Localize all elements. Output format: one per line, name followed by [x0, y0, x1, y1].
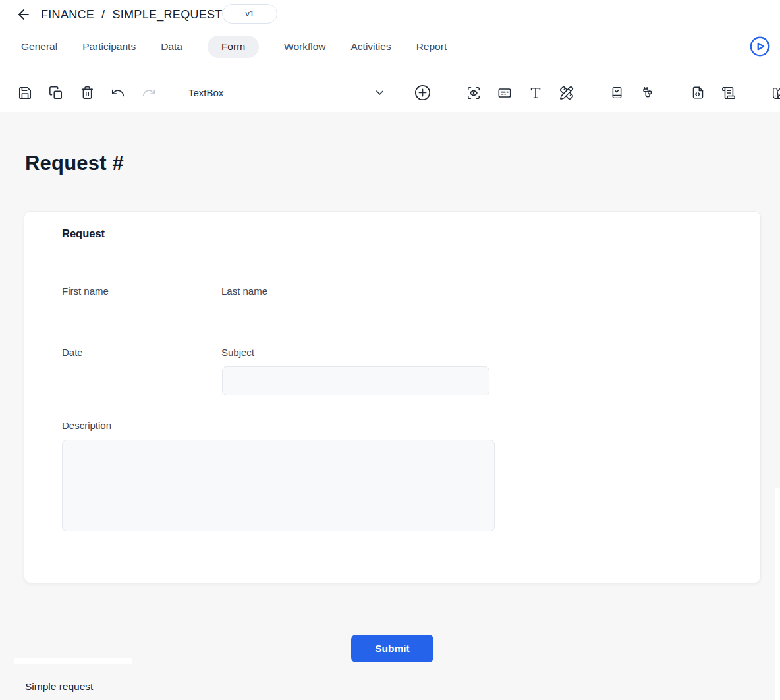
design-tools-button[interactable] — [559, 85, 574, 101]
redo-icon — [142, 86, 156, 100]
submit-button[interactable]: Submit — [351, 635, 433, 662]
tab-participants[interactable]: Participants — [82, 36, 136, 58]
delete-icon — [80, 86, 94, 100]
description-textarea[interactable] — [62, 440, 495, 531]
theme-button[interactable] — [771, 85, 780, 101]
delete-button[interactable] — [79, 85, 95, 101]
duplicate-button[interactable] — [48, 85, 64, 101]
integration-button[interactable] — [640, 85, 655, 101]
save-icon — [18, 86, 32, 100]
toolbar-logic-group — [592, 74, 673, 111]
version-badge[interactable]: v1 — [222, 4, 277, 24]
toolbar-code-group — [673, 74, 754, 111]
toolbar-component-group — [449, 74, 592, 111]
script-scroll-icon — [721, 86, 736, 100]
horizontal-scrollbar-thumb[interactable] — [14, 658, 132, 664]
text-icon — [528, 86, 543, 100]
description-label: Description — [62, 420, 111, 431]
tab-general[interactable]: General — [21, 36, 57, 58]
breadcrumb: FINANCE / SIMPLE_REQUEST — [14, 5, 223, 24]
toolbar-insert-group: TextBox — [174, 74, 449, 111]
integration-plug-icon — [640, 86, 655, 100]
text-button[interactable] — [528, 85, 543, 101]
tab-report[interactable]: Report — [416, 36, 447, 58]
undo-icon — [111, 86, 125, 100]
undo-button[interactable] — [110, 85, 126, 101]
theme-palette-icon — [771, 86, 780, 100]
first-name-label: First name — [62, 285, 109, 297]
form-card: Request First name Last name Date Subjec… — [24, 211, 761, 583]
field-card-icon — [497, 86, 512, 100]
card-title: Request — [24, 212, 760, 256]
chevron-down-icon — [374, 86, 386, 99]
breadcrumb-item-simple-request: SIMPLE_REQUEST — [112, 8, 222, 22]
field-settings-button[interactable] — [497, 85, 513, 101]
script-button[interactable] — [721, 85, 737, 101]
form-toolbar: TextBox — [0, 74, 780, 111]
date-label: Date — [62, 347, 83, 358]
toolbar-edit-group — [0, 74, 174, 111]
breadcrumb-item-finance[interactable]: FINANCE — [41, 8, 94, 22]
main-tabs: General Participants Data Form Workflow … — [21, 36, 447, 58]
add-circle-icon — [414, 84, 432, 102]
redo-button[interactable] — [141, 85, 157, 101]
play-circle-icon — [749, 36, 771, 57]
tab-form[interactable]: Form — [208, 36, 259, 58]
rules-book-icon — [610, 86, 624, 100]
rules-button[interactable] — [609, 85, 625, 101]
preview-eye-icon — [466, 86, 481, 100]
tab-workflow[interactable]: Workflow — [284, 36, 325, 58]
run-process-button[interactable] — [749, 36, 771, 57]
tab-data[interactable]: Data — [161, 36, 182, 58]
form-title: Request # — [25, 152, 124, 175]
app-header: FINANCE / SIMPLE_REQUEST v1 General Part… — [0, 0, 780, 74]
duplicate-icon — [49, 86, 63, 100]
vertical-scrollbar-track[interactable] — [775, 488, 780, 700]
add-component-button[interactable] — [413, 84, 432, 102]
last-name-label: Last name — [221, 285, 267, 297]
breadcrumb-items: FINANCE / SIMPLE_REQUEST — [41, 8, 223, 22]
form-builder-app: FINANCE / SIMPLE_REQUEST v1 General Part… — [0, 0, 780, 700]
toolbar-view-group — [754, 74, 780, 111]
process-name-label: Simple request — [25, 681, 93, 693]
component-type-value: TextBox — [188, 87, 223, 98]
breadcrumb-separator: / — [101, 8, 105, 22]
back-button[interactable] — [14, 5, 33, 24]
save-button[interactable] — [17, 85, 33, 101]
preview-button[interactable] — [466, 85, 482, 101]
subject-input[interactable] — [222, 366, 489, 395]
code-button[interactable] — [690, 85, 706, 101]
component-type-select[interactable]: TextBox — [188, 86, 386, 99]
design-tools-icon — [559, 86, 574, 100]
tab-activities[interactable]: Activities — [351, 36, 391, 58]
subject-label: Subject — [221, 347, 254, 358]
form-canvas: Request # Request First name Last name D… — [0, 112, 780, 700]
code-file-icon — [691, 86, 705, 100]
arrow-left-icon — [16, 7, 32, 22]
